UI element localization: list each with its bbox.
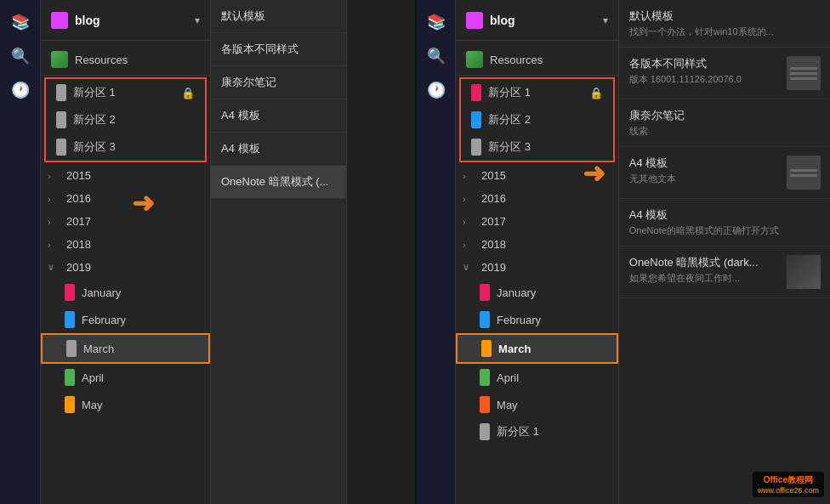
right-note-a4-2[interactable]: A4 模板 OneNote的暗黑模式的正确打开方式	[619, 199, 830, 246]
lock-icon-1: 🔒	[181, 87, 195, 99]
left-year-2019[interactable]: ∨ 2019	[41, 256, 210, 279]
thumb-line-4-1	[790, 169, 817, 172]
right-note-subtitle-5: OneNote的暗黑模式的正确打开方式	[629, 224, 821, 237]
left-year-2017[interactable]: › 2017	[41, 210, 210, 233]
right-year-2016[interactable]: › 2016	[456, 187, 618, 210]
right-resources-item[interactable]: Resources	[456, 44, 618, 76]
chevron-down-2019: ∨	[48, 262, 61, 273]
right-note-text-6: OneNote 暗黑模式 (dark... 如果您希望在夜间工作时...	[629, 255, 780, 285]
right-year-2017[interactable]: › 2017	[456, 210, 618, 233]
right-note-subtitle-3: 线索	[629, 125, 821, 138]
right-notebook-header[interactable]: blog ▾	[456, 0, 618, 41]
right-month-label-may: May	[497, 399, 518, 411]
left-year-2018[interactable]: › 2018	[41, 233, 210, 256]
right-month-xinfenqu1[interactable]: 新分区 1	[456, 418, 618, 445]
right-year-label-2015: 2015	[481, 169, 506, 182]
right-year-2015[interactable]: › 2015	[456, 164, 618, 187]
right-year-label-2018: 2018	[481, 238, 506, 251]
right-lock-icon: 🔒	[589, 87, 603, 99]
right-chevron-2018: ›	[463, 240, 476, 250]
watermark: Office教程网 www.office26.com	[753, 472, 824, 497]
right-year-label-2019: 2019	[481, 261, 506, 274]
left-note-versions[interactable]: 各版本不同样式	[211, 33, 346, 66]
section-label-1: 新分区 1	[73, 85, 174, 100]
thumb-line-2-2	[790, 72, 817, 75]
right-note-subtitle-6: 如果您希望在夜间工作时...	[629, 272, 780, 285]
right-month-may[interactable]: May	[456, 391, 618, 418]
right-year-2018[interactable]: › 2018	[456, 233, 618, 256]
year-label-2019: 2019	[66, 261, 91, 274]
left-section-2[interactable]: 新分区 2	[46, 106, 205, 133]
right-section-color-1	[471, 84, 481, 101]
right-section-color-2	[471, 111, 481, 128]
right-note-cornell[interactable]: 康奈尔笔记 线索	[619, 99, 830, 147]
search-icon-right[interactable]: 🔍	[421, 41, 452, 71]
year-label-2015: 2015	[66, 169, 91, 182]
search-icon-left[interactable]: 🔍	[5, 41, 36, 71]
right-month-color-feb	[480, 311, 490, 328]
left-resources-item[interactable]: Resources	[41, 44, 210, 76]
left-notebook-icon	[51, 12, 68, 29]
left-notes-panel: 默认模板 各版本不同样式 康奈尔笔记 A4 模板 A4 模板 OneNote 暗…	[211, 0, 347, 504]
right-month-march[interactable]: March	[456, 333, 618, 364]
clock-icon-right[interactable]: 🕐	[421, 75, 452, 105]
right-note-subtitle-4: 无其他文本	[629, 173, 780, 185]
right-section-1[interactable]: 新分区 1 🔒	[461, 79, 613, 106]
right-note-title-2: 各版本不同样式	[629, 56, 780, 71]
left-notebook-header[interactable]: blog ▾	[41, 0, 210, 41]
right-section-3[interactable]: 新分区 3	[461, 133, 613, 161]
right-thumb-6	[787, 255, 821, 289]
year-label-2016: 2016	[66, 192, 91, 205]
left-resources-icon	[51, 51, 68, 68]
left-month-february[interactable]: February	[41, 306, 210, 333]
right-chevron-icon[interactable]: ▾	[603, 14, 608, 26]
right-notebook-icon	[466, 12, 483, 29]
right-month-january[interactable]: January	[456, 279, 618, 306]
right-note-a4-1[interactable]: A4 模板 无其他文本	[619, 147, 830, 199]
right-note-default[interactable]: 默认模板 找到一个办法，针对win10系统的...	[619, 0, 830, 48]
right-month-color-may	[480, 396, 490, 413]
right-note-onenote-dark[interactable]: OneNote 暗黑模式 (dark... 如果您希望在夜间工作时...	[619, 246, 830, 298]
year-label-2018: 2018	[66, 238, 91, 251]
left-month-april[interactable]: April	[41, 364, 210, 391]
chevron-right-2015: ›	[48, 171, 61, 181]
right-note-versions[interactable]: 各版本不同样式 版本 16001.11126.20076.0	[619, 48, 830, 99]
left-section-3[interactable]: 新分区 3	[46, 133, 205, 161]
right-section-color-3	[471, 139, 481, 156]
right-content-panel: 默认模板 找到一个办法，针对win10系统的... 各版本不同样式 版本 160…	[619, 0, 830, 504]
section-label-2: 新分区 2	[73, 112, 195, 127]
right-note-title-4: A4 模板	[629, 156, 780, 171]
right-resources-icon	[466, 51, 483, 68]
left-note-default[interactable]: 默认模板	[211, 0, 346, 33]
right-year-2019[interactable]: ∨ 2019	[456, 256, 618, 279]
left-note-onenote-dark[interactable]: OneNote 暗黑模式 (...	[211, 166, 346, 199]
clock-icon-left[interactable]: 🕐	[5, 75, 36, 105]
month-color-mar	[66, 340, 77, 357]
left-month-may[interactable]: May	[41, 391, 210, 418]
right-section-2[interactable]: 新分区 2	[461, 106, 613, 133]
right-month-label-jan: January	[497, 286, 536, 299]
year-label-2017: 2017	[66, 215, 91, 228]
right-thumb-4	[787, 156, 821, 190]
month-label-jan: January	[82, 286, 121, 299]
left-month-january[interactable]: January	[41, 279, 210, 306]
right-note-title-6: OneNote 暗黑模式 (dark...	[629, 255, 780, 270]
left-year-2016[interactable]: › 2016	[41, 187, 210, 210]
left-chevron-icon[interactable]: ▾	[195, 14, 200, 26]
left-note-a4-1[interactable]: A4 模板	[211, 99, 346, 133]
left-year-2015[interactable]: › 2015	[41, 164, 210, 187]
right-icon-rail: 📚 🔍 🕐	[417, 0, 456, 504]
left-month-march[interactable]: March	[41, 333, 210, 364]
left-note-a4-2[interactable]: A4 模板	[211, 133, 346, 166]
books-icon-left[interactable]: 📚	[5, 7, 36, 37]
right-note-text-3: 康奈尔笔记 线索	[629, 108, 821, 138]
left-notebook-panel: blog ▾ Resources 新分区 1 🔒	[41, 0, 211, 504]
right-month-april[interactable]: April	[456, 364, 618, 391]
section-color-bar-2	[56, 111, 66, 128]
left-note-cornell[interactable]: 康奈尔笔记	[211, 66, 346, 99]
month-color-may	[65, 396, 75, 413]
left-section-1[interactable]: 新分区 1 🔒	[46, 79, 205, 106]
right-month-february[interactable]: February	[456, 306, 618, 333]
books-icon-right[interactable]: 📚	[421, 7, 452, 37]
thumb-line-4-2	[790, 174, 817, 177]
